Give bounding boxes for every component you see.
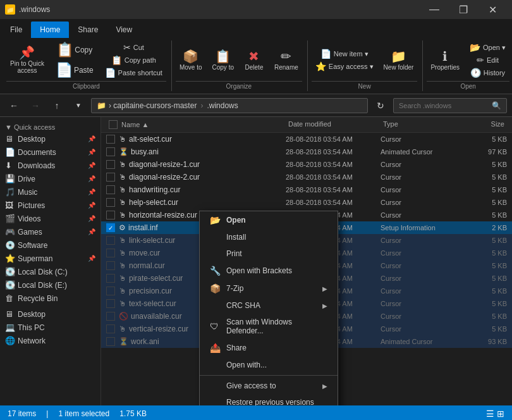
rename-button[interactable]: ✏ Rename <box>271 47 302 73</box>
refresh-button[interactable]: ↻ <box>372 97 389 114</box>
delete-button[interactable]: ✖ Delete <box>240 47 268 73</box>
minimize-button[interactable]: — <box>420 0 449 19</box>
ctx-install[interactable]: Install <box>200 229 338 245</box>
table-row[interactable]: 🖱diagonal-resize-2.cur 28-08-2018 03:54 … <box>101 171 512 183</box>
file-icon: 🖱 <box>119 185 126 194</box>
view-details-icon[interactable]: ⊞ <box>497 409 504 419</box>
row-checkbox[interactable] <box>106 337 115 346</box>
forward-button[interactable]: → <box>27 97 44 114</box>
ctx-print[interactable]: Print <box>200 245 338 262</box>
table-row[interactable]: 🖱handwriting.cur 28-08-2018 03:54 AM Cur… <box>101 183 512 196</box>
row-checkbox[interactable] <box>106 147 115 156</box>
pin-to-quick-access-button[interactable]: 📌 Pin to Quick access <box>6 44 48 77</box>
cut-button[interactable]: ✂ Cut <box>101 42 166 53</box>
table-row[interactable]: 🖱diagonal-resize-1.cur 28-08-2018 03:54 … <box>101 158 512 171</box>
address-input[interactable]: 📁 › capitaine-cursors-master › .windows <box>91 98 368 113</box>
sidebar-item-music[interactable]: 🎵 Music 📌 <box>0 185 101 199</box>
table-row[interactable]: 🖱alt-select.cur 28-08-2018 03:54 AM Curs… <box>101 133 512 145</box>
maximize-button[interactable]: ❐ <box>449 0 478 19</box>
edit-button[interactable]: ✏ Edit <box>466 54 509 66</box>
cut-icon: ✂ <box>123 43 131 52</box>
sidebar-item-thispc[interactable]: 💻 This PC <box>0 321 101 334</box>
properties-button[interactable]: ℹ Properties <box>427 47 463 73</box>
pin-icon: 📌 <box>19 46 35 59</box>
row-checkbox[interactable] <box>106 249 115 257</box>
sidebar-item-recycle[interactable]: 🗑 Recycle Bin <box>0 292 101 305</box>
tab-share[interactable]: Share <box>69 22 107 38</box>
sidebar-item-desktop[interactable]: 🖥 Desktop 📌 <box>0 132 101 145</box>
row-checkbox[interactable] <box>106 185 115 194</box>
ctx-restore-prev[interactable]: Restore previous versions <box>200 394 338 405</box>
ctx-open[interactable]: 📂 Open <box>200 211 338 229</box>
view-list-icon[interactable]: ☰ <box>486 409 494 419</box>
easy-access-button[interactable]: ⭐ Easy access ▾ <box>312 61 377 72</box>
back-button[interactable]: ← <box>5 97 23 114</box>
file-type: Cursor <box>381 161 463 168</box>
row-checkbox[interactable] <box>106 135 115 144</box>
col-date[interactable]: Date modified <box>286 118 381 131</box>
sidebar-item-localc[interactable]: 💽 Local Disk (C:) <box>0 265 101 278</box>
open-label: Open <box>427 81 509 91</box>
ctx-crcsha[interactable]: CRC SHA <box>200 297 338 314</box>
sidebar-item-games[interactable]: 🎮 Games 📌 <box>0 225 101 238</box>
file-type: Cursor <box>381 237 463 244</box>
row-checkbox[interactable] <box>106 324 115 333</box>
move-to-button[interactable]: 📦 Move to <box>176 47 206 73</box>
new-item-button[interactable]: 📄 New item ▾ <box>312 48 377 59</box>
paste-button[interactable]: 📄 Paste <box>51 61 99 80</box>
sidebar-item-videos[interactable]: 🎬 Videos 📌 <box>0 212 101 225</box>
sidebar-item-software[interactable]: 💿 Software <box>0 238 101 252</box>
close-button[interactable]: ✕ <box>478 0 507 19</box>
sidebar-item-downloads[interactable]: ⬇ Downloads 📌 <box>0 159 101 172</box>
table-row[interactable]: 🖱help-select.cur 28-08-2018 03:54 AM Cur… <box>101 196 512 209</box>
ctx-defender[interactable]: 🛡 Scan with Windows Defender... <box>200 314 338 339</box>
table-row[interactable]: ⏳busy.ani 28-08-2018 03:54 AM Animated C… <box>101 145 512 158</box>
tab-view[interactable]: View <box>107 22 141 38</box>
sidebar-item-documents[interactable]: 📄 Documents 📌 <box>0 145 101 159</box>
sidebar-item-pictures[interactable]: 🖼 Pictures 📌 <box>0 199 101 212</box>
sidebar-item-desktop2[interactable]: 🖥 Desktop <box>0 307 101 321</box>
row-checkbox[interactable] <box>106 173 115 182</box>
open-button[interactable]: 📂 Open ▾ <box>466 42 509 53</box>
up-button[interactable]: ↑ <box>48 97 66 114</box>
ctx-open-brackets[interactable]: 🔧 Open with Brackets <box>200 262 338 280</box>
copy-to-button[interactable]: 📋 Copy to <box>209 47 238 73</box>
row-checkbox[interactable] <box>106 274 115 283</box>
sidebar-item-locale[interactable]: 💽 Local Disk (E:) <box>0 278 101 292</box>
row-checkbox[interactable]: ✓ <box>106 223 115 232</box>
new-folder-button[interactable]: 📁 New folder <box>380 47 418 73</box>
row-checkbox[interactable] <box>106 287 115 295</box>
row-checkbox[interactable] <box>106 236 115 245</box>
ctx-share[interactable]: 📤 Share <box>200 339 338 357</box>
tab-home[interactable]: Home <box>31 22 69 38</box>
recent-locations-button[interactable]: ▼ <box>70 97 87 114</box>
sidebar-music-label: Music <box>18 188 37 197</box>
file-name-text: text-select.cur <box>129 299 176 308</box>
pin-indicator: 📌 <box>88 135 95 142</box>
file-type: Cursor <box>381 249 463 257</box>
ctx-give-access[interactable]: Give access to <box>200 378 338 394</box>
row-checkbox[interactable] <box>106 312 115 321</box>
context-menu: 📂 Open Install Print 🔧 Open with Bracket… <box>199 211 338 405</box>
paste-shortcut-button[interactable]: 📄 Paste shortcut <box>101 67 166 78</box>
col-name[interactable]: Name ▲ <box>106 118 286 131</box>
row-checkbox[interactable] <box>106 299 115 308</box>
row-checkbox[interactable] <box>106 198 115 207</box>
col-size[interactable]: Size <box>463 118 507 131</box>
copy-path-button[interactable]: 📋 Copy path <box>101 54 166 66</box>
search-box[interactable]: Search .windows 🔍 <box>393 98 507 113</box>
tab-file[interactable]: File <box>1 22 31 38</box>
ribbon-clipboard-content: 📌 Pin to Quick access 📋 Copy 📄 Paste ✂ C… <box>6 40 166 80</box>
sidebar-item-network[interactable]: 🌐 Network <box>0 334 101 347</box>
history-button[interactable]: 🕐 History <box>466 67 509 78</box>
row-checkbox[interactable] <box>106 211 115 219</box>
col-type[interactable]: Type <box>381 118 463 131</box>
row-checkbox[interactable] <box>106 160 115 169</box>
ctx-7zip[interactable]: 📦 7-Zip <box>200 280 338 297</box>
row-checkbox[interactable] <box>106 261 115 270</box>
sidebar-item-superman[interactable]: ⭐ Superman 📌 <box>0 252 101 265</box>
header-checkbox[interactable] <box>109 120 118 129</box>
ctx-open-with[interactable]: Open with... <box>200 357 338 373</box>
sidebar-item-drive[interactable]: 💾 Drive 📌 <box>0 172 101 185</box>
copy-button[interactable]: 📋 Copy <box>51 40 99 59</box>
